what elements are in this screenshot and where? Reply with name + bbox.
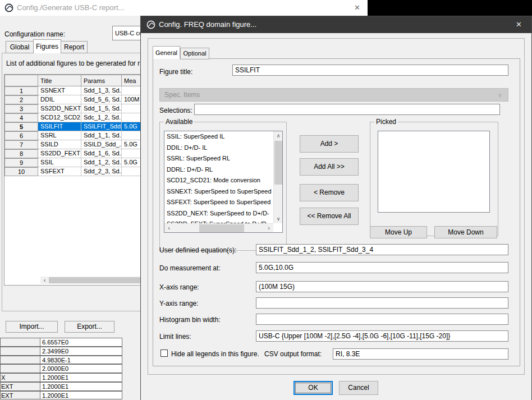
export-button[interactable]: Export...	[65, 321, 114, 333]
cell-title[interactable]: SSFEXT	[38, 167, 81, 176]
list-item[interactable]: DDIL: D+/D- IL	[164, 142, 273, 154]
ok-button[interactable]: OK	[293, 381, 333, 395]
cell-params[interactable]: Sdc_1_2, Sd...	[81, 113, 122, 122]
tab-global[interactable]: Global	[6, 41, 34, 53]
value-row-3[interactable]: 4.9830E-1	[0, 356, 122, 365]
cell-params[interactable]: Sdd_1_6, Sd...	[81, 149, 122, 158]
selections-input[interactable]	[194, 104, 500, 115]
add-all-button[interactable]: Add All >>	[300, 158, 359, 176]
move-down-button[interactable]: Move Down	[434, 226, 497, 238]
value-row-1[interactable]: 6.6557E0	[0, 338, 122, 347]
row-number[interactable]: 10	[4, 167, 38, 176]
move-up-button[interactable]: Move Up	[370, 226, 427, 238]
figure-title-input[interactable]	[232, 65, 508, 76]
value-row-6[interactable]: EXT 1.2000E1	[0, 382, 122, 391]
scroll-up-icon[interactable]: ∧	[274, 131, 283, 140]
vscrollbar-thumb[interactable]	[274, 141, 282, 185]
hscrollbar-thumb[interactable]	[49, 277, 144, 283]
row-number[interactable]: 8	[4, 149, 38, 158]
tab-optional[interactable]: Optional	[180, 48, 209, 59]
csv-output-format-input[interactable]	[333, 348, 508, 360]
row-number[interactable]: 2	[4, 95, 38, 104]
tab-figures[interactable]: Figures	[33, 39, 61, 53]
cell-params[interactable]: Sdd_1_2, Sd...	[81, 158, 122, 167]
value-cell[interactable]: 6.6557E0	[40, 338, 122, 347]
remove-button[interactable]: < Remove	[300, 184, 359, 201]
list-item[interactable]: SSRL: SuperSpeed RL	[164, 153, 273, 164]
hide-legends-checkbox[interactable]	[160, 350, 168, 357]
row-number[interactable]: 9	[4, 158, 38, 167]
cell-params[interactable]: Sdd_1_1, Sd...	[81, 131, 122, 140]
value-cell[interactable]: 1.2000E1	[40, 391, 122, 400]
scroll-left-icon[interactable]: ‹	[164, 224, 173, 233]
cell-title[interactable]: SSNEXT	[38, 86, 81, 95]
add-button[interactable]: Add >	[300, 135, 359, 153]
list-item[interactable]: SSIL: SuperSpeed IL	[164, 131, 273, 142]
cell-title[interactable]: DDIL	[38, 95, 81, 104]
value-cell[interactable]: 2.3499E0	[40, 347, 122, 356]
remove-all-button[interactable]: << Remove All	[300, 208, 359, 225]
row-number[interactable]: 7	[4, 140, 38, 149]
import-button[interactable]: Import...	[6, 321, 58, 333]
do-measurement-input[interactable]	[256, 262, 508, 273]
table-row-9[interactable]: 9 SSIL Sdd_1_2, Sd... 5.0G	[4, 158, 145, 167]
list-item[interactable]: SS2DD_NEXT: SuperSpeed to D+/D-	[164, 208, 273, 219]
list-item[interactable]: SSFEXT: SuperSpeed to SuperSpeed	[164, 197, 273, 208]
cell-params[interactable]: Sdd_2_3, Sd...	[81, 167, 122, 176]
report-window-close-icon[interactable]: ✕	[347, 0, 368, 16]
list-item[interactable]: SSNEXT: SuperSpeed to SuperSpeed	[164, 186, 273, 197]
table-row-10[interactable]: 10 SSFEXT Sdd_2_3, Sd...	[4, 167, 145, 176]
hscrollbar-thumb[interactable]	[199, 224, 244, 232]
value-cell[interactable]: 4.9830E-1	[40, 356, 122, 365]
row-number[interactable]: 6	[4, 131, 38, 140]
picked-listbox[interactable]	[378, 131, 490, 213]
list-item[interactable]: SCD12_SCD21: Mode conversion	[164, 175, 273, 186]
value-row-5[interactable]: X 1.2000E1	[0, 373, 122, 382]
row-number[interactable]: 4	[4, 113, 38, 122]
cell-title[interactable]: SSILFIT	[38, 122, 81, 131]
scroll-left-icon[interactable]: ‹	[40, 277, 49, 284]
row-number[interactable]: 1	[4, 86, 38, 95]
cell-title[interactable]: SS2DD_FEXT	[38, 149, 81, 158]
table-row-7[interactable]: 7 SSILD SSILD_Sdd_... 5.0G	[4, 140, 145, 149]
histogram-bin-width-input[interactable]	[256, 314, 508, 325]
available-hscrollbar[interactable]: ‹ ›	[164, 223, 273, 232]
cell-params[interactable]: SSILD_Sdd_...	[81, 140, 122, 149]
cell-title[interactable]: SSRL	[38, 131, 81, 140]
cell-params[interactable]: SSILFIT_Sdd...	[81, 122, 122, 131]
table-row-8[interactable]: 8 SS2DD_FEXT Sdd_1_6, Sd...	[4, 149, 145, 158]
limit-lines-input[interactable]	[256, 330, 508, 342]
cell-title[interactable]: SS2DD_NEXT	[38, 104, 81, 113]
cell-title[interactable]: SSIL	[38, 158, 81, 167]
tab-general[interactable]: General	[153, 46, 180, 59]
cancel-button[interactable]: Cancel	[339, 381, 378, 395]
available-vscrollbar[interactable]: ∧ ∨	[273, 131, 282, 223]
report-window-titlebar[interactable]: Config./Generate USB-C report... ✕	[0, 0, 368, 16]
table-row-5-selected[interactable]: 5 SSILFIT SSILFIT_Sdd... 5.0G	[4, 122, 145, 131]
cell-params[interactable]: Sdd_1_5, Sd...	[81, 104, 122, 113]
table-row-2[interactable]: 2 DDIL Sdd_5_6, Sd... 100M	[4, 95, 145, 104]
table-row-1[interactable]: 1 SSNEXT Sdd_1_3, Sd...	[4, 86, 145, 95]
row-number[interactable]: 3	[4, 104, 38, 113]
figures-table-hscrollbar[interactable]: ‹	[40, 277, 144, 284]
user-equation-input[interactable]	[256, 244, 508, 255]
value-row-4[interactable]: 2.0000E0	[0, 364, 122, 373]
value-cell[interactable]: 1.2000E1	[40, 382, 122, 391]
row-number[interactable]: 5	[4, 122, 38, 131]
value-cell[interactable]: 2.0000E0	[40, 364, 122, 373]
x-axis-range-input[interactable]	[256, 281, 508, 292]
scroll-down-icon[interactable]: ∨	[274, 214, 283, 223]
cell-params[interactable]: Sdd_1_3, Sd...	[81, 86, 122, 95]
cell-title[interactable]: SCD12_SCD21	[38, 113, 81, 122]
table-row-4[interactable]: 4 SCD12_SCD21 Sdc_1_2, Sd...	[4, 113, 145, 122]
tab-report[interactable]: Report	[61, 41, 88, 53]
value-cell[interactable]: 1.2000E1	[40, 373, 122, 382]
value-row-7[interactable]: EXT 1.2000E1	[0, 391, 122, 400]
y-axis-range-input[interactable]	[256, 297, 508, 309]
table-row-6[interactable]: 6 SSRL Sdd_1_1, Sd...	[4, 131, 145, 140]
dialog-close-icon[interactable]: ✕	[506, 16, 531, 33]
value-row-2[interactable]: 2.3499E0	[0, 347, 122, 356]
scroll-right-icon[interactable]: ›	[264, 224, 273, 233]
available-listbox[interactable]: SSIL: SuperSpeed IL DDIL: D+/D- IL SSRL:…	[164, 131, 283, 233]
table-row-3[interactable]: 3 SS2DD_NEXT Sdd_1_5, Sd...	[4, 104, 145, 113]
